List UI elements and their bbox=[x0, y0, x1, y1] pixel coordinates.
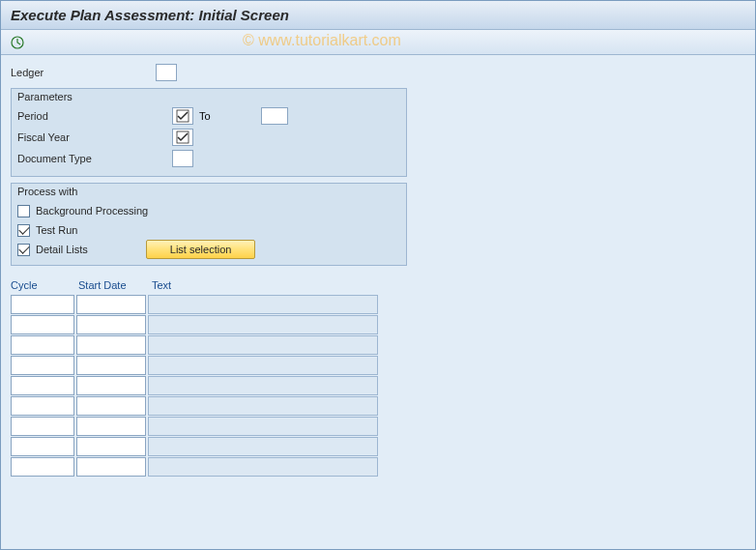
start-date-input[interactable] bbox=[76, 376, 146, 395]
cycle-input[interactable] bbox=[11, 417, 74, 436]
cycle-input[interactable] bbox=[11, 295, 74, 314]
text-input[interactable] bbox=[148, 396, 378, 416]
cycle-input[interactable] bbox=[11, 457, 74, 477]
cycle-input[interactable] bbox=[11, 437, 74, 456]
doc-type-input[interactable] bbox=[172, 150, 193, 167]
test-run-row: Test Run bbox=[17, 220, 400, 240]
bg-processing-label: Background Processing bbox=[36, 205, 148, 217]
fiscal-year-label: Fiscal Year bbox=[17, 131, 172, 143]
table-row bbox=[11, 396, 745, 416]
window-title: Execute Plan Assessment: Initial Screen bbox=[1, 1, 755, 30]
fiscal-year-row: Fiscal Year bbox=[17, 128, 400, 147]
cycle-input[interactable] bbox=[11, 315, 74, 334]
cycle-input[interactable] bbox=[11, 396, 74, 416]
table-row bbox=[11, 457, 745, 477]
start-date-input[interactable] bbox=[76, 457, 146, 477]
text-input[interactable] bbox=[148, 356, 378, 375]
parameters-group: Parameters Period To Fiscal Year Documen… bbox=[11, 88, 407, 177]
table-row bbox=[11, 376, 745, 395]
cycle-table: Cycle Start Date Text bbox=[11, 279, 745, 477]
bg-processing-row: Background Processing bbox=[17, 201, 400, 220]
text-input[interactable] bbox=[148, 295, 378, 314]
period-to-input[interactable] bbox=[261, 107, 288, 125]
ledger-row: Ledger bbox=[11, 63, 745, 82]
list-selection-button[interactable]: List selection bbox=[146, 240, 256, 259]
execute-icon[interactable] bbox=[9, 34, 26, 51]
start-date-input[interactable] bbox=[76, 335, 146, 355]
table-row bbox=[11, 315, 745, 334]
table-header-row: Cycle Start Date Text bbox=[11, 279, 745, 291]
test-run-checkbox[interactable] bbox=[17, 224, 30, 237]
ledger-label: Ledger bbox=[11, 67, 156, 78]
parameters-title: Parameters bbox=[17, 91, 400, 102]
start-date-input[interactable] bbox=[76, 295, 146, 314]
table-row bbox=[11, 417, 745, 436]
text-input[interactable] bbox=[148, 437, 378, 456]
table-row bbox=[11, 335, 745, 355]
process-group: Process with Background Processing Test … bbox=[11, 183, 407, 266]
period-row: Period To bbox=[17, 106, 400, 126]
cycle-input[interactable] bbox=[11, 335, 74, 355]
process-title: Process with bbox=[17, 186, 400, 197]
period-to-label: To bbox=[193, 110, 222, 122]
cycle-input[interactable] bbox=[11, 376, 74, 395]
start-date-input[interactable] bbox=[76, 417, 146, 436]
text-input[interactable] bbox=[148, 457, 378, 477]
header-cycle: Cycle bbox=[11, 279, 78, 291]
start-date-input[interactable] bbox=[76, 356, 146, 375]
text-input[interactable] bbox=[148, 315, 378, 334]
start-date-input[interactable] bbox=[76, 396, 146, 416]
doc-type-row: Document Type bbox=[17, 149, 400, 168]
table-row bbox=[11, 356, 745, 375]
header-start-date: Start Date bbox=[78, 279, 152, 291]
content-area: Ledger Parameters Period To Fiscal Year … bbox=[1, 55, 755, 549]
cycle-input[interactable] bbox=[11, 356, 74, 375]
test-run-label: Test Run bbox=[36, 224, 77, 236]
ledger-input[interactable] bbox=[156, 64, 177, 81]
start-date-input[interactable] bbox=[76, 315, 146, 334]
doc-type-label: Document Type bbox=[17, 153, 172, 164]
start-date-input[interactable] bbox=[76, 437, 146, 456]
text-input[interactable] bbox=[148, 376, 378, 395]
period-from-input[interactable] bbox=[172, 107, 193, 125]
toolbar: © www.tutorialkart.com bbox=[1, 30, 755, 55]
fiscal-year-input[interactable] bbox=[172, 129, 193, 146]
detail-lists-label: Detail Lists bbox=[36, 244, 88, 255]
detail-lists-row: Detail Lists List selection bbox=[17, 240, 400, 259]
bg-processing-checkbox[interactable] bbox=[17, 205, 30, 217]
table-row bbox=[11, 295, 745, 314]
watermark: © www.tutorialkart.com bbox=[243, 32, 401, 49]
detail-lists-checkbox[interactable] bbox=[17, 244, 30, 256]
text-input[interactable] bbox=[148, 335, 378, 355]
period-label: Period bbox=[17, 110, 172, 122]
table-row bbox=[11, 437, 745, 456]
text-input[interactable] bbox=[148, 417, 378, 436]
header-text: Text bbox=[152, 279, 384, 291]
